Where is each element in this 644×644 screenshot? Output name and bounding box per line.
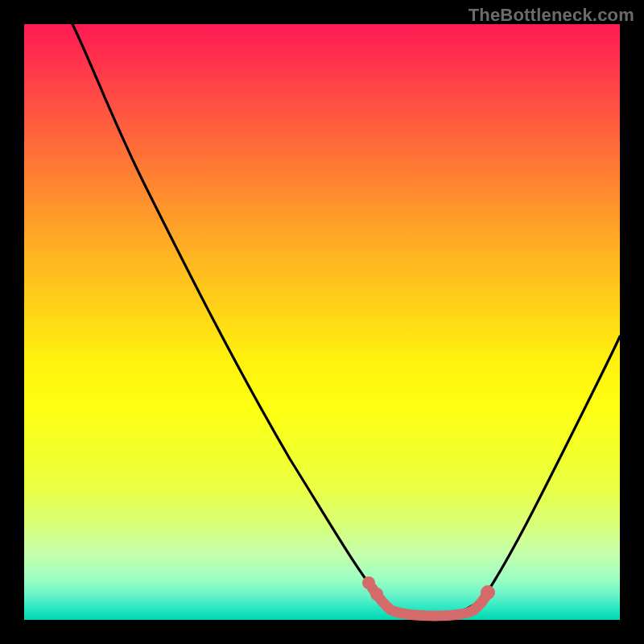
chart-svg: [24, 24, 620, 620]
optimal-highlight: [372, 588, 488, 616]
watermark: TheBottleneck.com: [469, 5, 634, 26]
bottleneck-curve: [72, 24, 620, 614]
highlight-dot: [362, 576, 375, 589]
highlight-dot: [481, 585, 495, 600]
chart-frame: TheBottleneck.com: [0, 0, 644, 644]
highlight-dot: [370, 588, 383, 601]
